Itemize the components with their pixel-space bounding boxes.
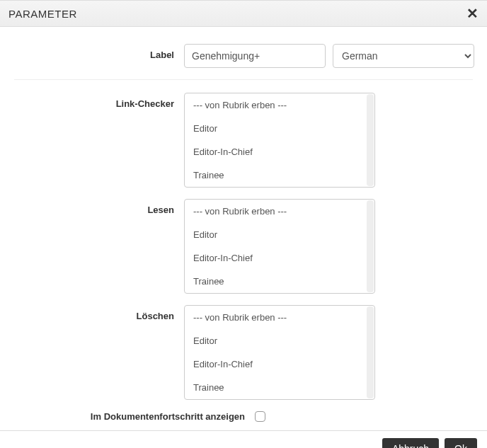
show-in-progress-label: Im Dokumentenfortschritt anzeigen: [14, 411, 255, 422]
list-item[interactable]: --- von Rubrik erben ---: [185, 93, 374, 117]
parameter-dialog: PARAMETER ✕ Label German Link-Checker --…: [0, 0, 487, 448]
list-item[interactable]: --- von Rubrik erben ---: [185, 200, 374, 223]
label-field-label: Label: [14, 44, 184, 60]
list-item[interactable]: Editor: [185, 117, 374, 140]
list-item[interactable]: --- von Rubrik erben ---: [185, 306, 374, 329]
show-in-progress-row: Im Dokumentenfortschritt anzeigen: [14, 411, 473, 422]
list-item[interactable]: Editor-In-Chief: [185, 246, 374, 270]
list-item[interactable]: Trainee: [185, 270, 374, 293]
loeschen-row: Löschen --- von Rubrik erben --- Editor …: [14, 305, 473, 400]
dialog-title: PARAMETER: [8, 8, 77, 20]
list-item[interactable]: Trainee: [185, 163, 374, 187]
list-item[interactable]: Editor: [185, 329, 374, 352]
link-checker-label: Link-Checker: [14, 93, 184, 109]
label-row: Label German: [14, 44, 473, 68]
loeschen-listbox[interactable]: --- von Rubrik erben --- Editor Editor-I…: [184, 305, 375, 400]
language-select[interactable]: German: [333, 44, 474, 68]
lesen-row: Lesen --- von Rubrik erben --- Editor Ed…: [14, 199, 473, 294]
scrollbar[interactable]: [367, 200, 374, 292]
list-item[interactable]: Editor-In-Chief: [185, 140, 374, 163]
dialog-header: PARAMETER ✕: [0, 1, 487, 27]
separator: [14, 79, 473, 80]
ok-button[interactable]: Ok: [445, 438, 477, 448]
list-item[interactable]: Editor: [185, 223, 374, 246]
lesen-label: Lesen: [14, 199, 184, 215]
label-input[interactable]: [184, 44, 326, 68]
close-icon[interactable]: ✕: [466, 6, 479, 21]
lesen-listbox[interactable]: --- von Rubrik erben --- Editor Editor-I…: [184, 199, 375, 294]
loeschen-label: Löschen: [14, 305, 184, 321]
link-checker-listbox[interactable]: --- von Rubrik erben --- Editor Editor-I…: [184, 93, 375, 188]
list-item[interactable]: Editor-In-Chief: [185, 352, 374, 376]
dialog-footer: Abbruch Ok: [0, 430, 487, 448]
dialog-body: Label German Link-Checker --- von Rubrik…: [0, 27, 487, 430]
scrollbar[interactable]: [367, 94, 374, 186]
list-item[interactable]: Trainee: [185, 376, 374, 399]
cancel-button[interactable]: Abbruch: [382, 438, 439, 448]
show-in-progress-checkbox[interactable]: [255, 411, 265, 422]
link-checker-row: Link-Checker --- von Rubrik erben --- Ed…: [14, 93, 473, 188]
scrollbar[interactable]: [367, 306, 374, 398]
